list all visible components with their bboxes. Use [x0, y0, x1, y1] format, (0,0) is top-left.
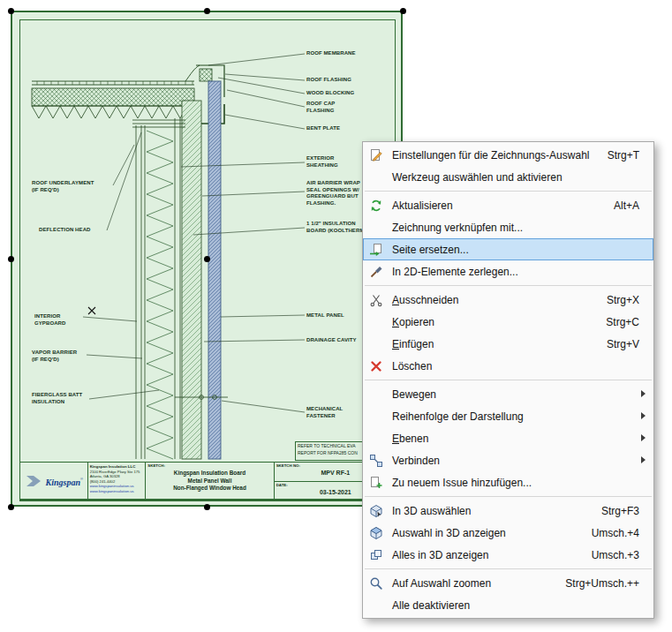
sketch-no-label: SKETCH NO:: [276, 463, 300, 468]
select-in-3d-icon: [366, 504, 386, 518]
menu-item-copy[interactable]: Kopieren Strg+C: [363, 311, 653, 333]
menu-item-label: Seite ersetzen...: [392, 245, 622, 255]
menu-item-link-drawing-to[interactable]: Zeichnung verknüpfen mit...: [363, 216, 653, 238]
menu-item-shortcut: Strg+F3: [601, 506, 645, 516]
sketch-title-cell: SKETCH: Kingspan Insulation Board Metal …: [145, 463, 273, 500]
menu-item-label: Verbinden: [392, 455, 645, 466]
selection-handle[interactable]: [204, 504, 210, 510]
refresh-icon: [366, 199, 386, 213]
menu-item-display-order[interactable]: Reihenfolge der Darstellung: [363, 405, 653, 427]
menu-separator: [365, 496, 652, 497]
menu-item-label: Einfügen: [392, 339, 589, 350]
section-cut-mark: [88, 307, 95, 314]
menu-item-label: Auswahl in 3D anzeigen: [392, 528, 574, 538]
logo-wordmark: Kingspan: [46, 478, 80, 487]
menu-item-shortcut: Alt+A: [614, 200, 645, 211]
scissors-icon: [366, 293, 386, 307]
callout-roof-underlayment: ROOF UNDERLAYMENT (IF REQ'D): [32, 180, 94, 193]
submenu-arrow-icon: [641, 412, 646, 419]
menu-item-label: Zu neuem Issue hinzufügen...: [392, 478, 622, 488]
selection-handle[interactable]: [204, 256, 210, 262]
drawing-settings-icon: [366, 148, 386, 162]
no-icon: [366, 221, 386, 235]
menu-item-label: Zeichnung verknüpfen mit...: [392, 222, 622, 233]
title-block: Kingspan® Kingspan Insulation LLC 2100 R…: [19, 462, 397, 501]
menu-item-shortcut: Strg+T: [608, 150, 645, 161]
menu-item-shortcut: Strg+Umsch.++: [565, 578, 645, 589]
selection-handle[interactable]: [8, 504, 14, 510]
connect-icon: [366, 454, 386, 468]
menu-item-label: Alle deaktivieren: [392, 600, 622, 611]
callout-roof-cap-flashing: ROOF CAP FLASHING: [306, 101, 335, 114]
submenu-arrow-icon: [641, 434, 646, 441]
sketch-label: SKETCH:: [147, 463, 165, 468]
menu-item-label: Ausschneiden: [392, 295, 589, 305]
no-icon: [366, 432, 386, 446]
callout-mechanical-fastener: MECHANICAL FASTENER: [306, 406, 343, 419]
date-label: DATE:: [276, 483, 288, 487]
callout-bent-plate: BENT PLATE: [306, 125, 340, 132]
menu-item-paste[interactable]: Einfügen Strg+V: [363, 333, 653, 355]
submenu-arrow-icon: [641, 390, 646, 397]
menu-item-move[interactable]: Bewegen: [363, 383, 653, 405]
explode-2d-icon: [366, 265, 386, 279]
callout-deflection-head: DEFLECTION HEAD: [39, 227, 91, 234]
menu-item-layers[interactable]: Ebenen: [363, 427, 653, 449]
show-selection-3d-icon: [366, 526, 386, 540]
menu-item-replace-page[interactable]: Seite ersetzen...: [363, 238, 653, 260]
company-name: Kingspan Insulation LLC: [90, 464, 144, 470]
app-canvas: ROOF MEMBRANE ROOF FLASHING WOOD BLOCKIN…: [0, 0, 672, 632]
callout-roof-flashing: ROOF FLASHING: [306, 77, 351, 84]
callout-insulation-board: 1 1/2" INSULATION BOARD (KOOLTHERM): [306, 221, 366, 234]
callout-wood-blocking: WOOD BLOCKING: [306, 90, 354, 97]
callout-vapor-barrier: VAPOR BARRIER (IF REQ'D): [32, 350, 77, 363]
sketch-title-line-1: Kingspan Insulation Board: [146, 470, 273, 478]
no-icon: [366, 387, 386, 402]
menu-item-label: Werkzeug auswählen und aktivieren: [392, 172, 622, 183]
menu-item-shortcut: Umsch.+3: [592, 550, 645, 561]
menu-item-label: Bewegen: [392, 389, 645, 400]
kingspan-chevron-icon: [25, 472, 44, 490]
delete-icon: [366, 359, 386, 373]
menu-item-connect[interactable]: Verbinden: [363, 449, 653, 471]
selection-handle[interactable]: [8, 256, 14, 262]
menu-item-label: In 2D-Elemente zerlegen...: [392, 267, 622, 277]
menu-item-label: In 3D auswählen: [392, 506, 584, 516]
menu-item-select-and-activate-tool[interactable]: Werkzeug auswählen und aktivieren: [363, 166, 653, 188]
no-icon: [366, 598, 386, 613]
menu-item-shortcut: Strg+X: [607, 295, 645, 305]
menu-item-label: Kopieren: [392, 317, 588, 327]
roof-assembly: [32, 81, 194, 118]
selection-handle[interactable]: [204, 8, 210, 14]
menu-item-cut[interactable]: Ausschneiden Strg+X: [363, 289, 653, 311]
menu-item-label: Ebenen: [392, 433, 645, 444]
menu-item-explode-into-2d-elements[interactable]: In 2D-Elemente zerlegen...: [363, 260, 653, 282]
menu-item-add-to-new-issue[interactable]: Zu neuem Issue hinzufügen...: [363, 471, 653, 493]
callout-air-barrier: AIR BARRIER WRAP SEAL OPENINGS W/ GREENG…: [306, 180, 360, 207]
no-icon: [366, 170, 386, 184]
selection-handle[interactable]: [8, 8, 14, 14]
menu-item-shortcut: Strg+C: [606, 317, 645, 327]
zoom-to-selection-icon: [366, 576, 386, 591]
menu-separator: [365, 568, 652, 569]
menu-item-label: Einstellungen für die Zeichnungs-Auswahl: [392, 150, 590, 161]
menu-item-label: Löschen: [392, 361, 622, 372]
menu-item-delete[interactable]: Löschen: [363, 355, 653, 377]
menu-item-show-all-in-3d[interactable]: Alles in 3D anzeigen Umsch.+3: [363, 544, 653, 566]
menu-item-show-selection-in-3d[interactable]: Auswahl in 3D anzeigen Umsch.+4: [363, 522, 653, 544]
callout-drainage-cavity: DRAINAGE CAVITY: [306, 337, 357, 344]
selection-handle[interactable]: [400, 8, 406, 14]
menu-item-drawing-selection-settings[interactable]: Einstellungen für die Zeichnungs-Auswahl…: [363, 144, 653, 166]
menu-item-update[interactable]: Aktualisieren Alt+A: [363, 194, 653, 216]
show-all-3d-icon: [366, 548, 386, 562]
sketch-title-line-2: Metal Panel Wall: [146, 478, 273, 485]
menu-item-select-in-3d[interactable]: In 3D auswählen Strg+F3: [363, 500, 653, 522]
submenu-arrow-icon: [641, 456, 646, 463]
callout-roof-membrane: ROOF MEMBRANE: [306, 50, 356, 57]
company-web-2: www.kingspaninsulation.us: [90, 489, 144, 493]
replace-page-icon: [366, 243, 386, 257]
menu-item-zoom-to-selection[interactable]: Auf Auswahl zoomen Strg+Umsch.++: [363, 572, 653, 594]
menu-item-deselect-all[interactable]: Alle deaktivieren: [363, 594, 653, 616]
no-icon: [366, 410, 386, 424]
no-icon: [366, 337, 386, 351]
